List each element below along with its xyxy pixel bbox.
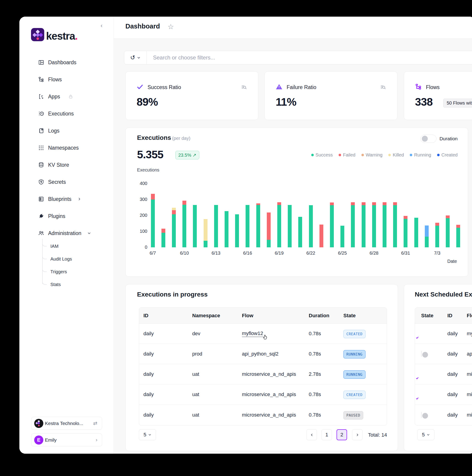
chart-bar-segment-success: [446, 218, 450, 247]
history-icon: ↺: [130, 55, 135, 61]
chart-bar[interactable]: [319, 224, 323, 247]
chart-bar-segment-success: [435, 226, 439, 247]
sidebar-item-blueprints[interactable]: Blueprints: [19, 190, 114, 207]
cell-flow[interactable]: microservice_a_nd_apis: [467, 371, 472, 377]
sidebar-item-triggers[interactable]: Triggers: [19, 265, 114, 278]
sidebar-item-secrets[interactable]: Secrets: [19, 173, 114, 190]
cell-flow[interactable]: myflow12: [467, 331, 472, 337]
chart-bar[interactable]: [151, 194, 155, 248]
legend-dot-icon: [339, 154, 341, 156]
chart-bar[interactable]: [351, 203, 355, 247]
chart-bar[interactable]: [309, 205, 313, 247]
legend-item[interactable]: Running: [410, 152, 431, 158]
chart-bar[interactable]: [225, 211, 228, 247]
executions-icon: [38, 110, 44, 117]
tenant-switcher[interactable]: Kestra Technolo... ⇄: [31, 417, 102, 430]
schedule-toggle[interactable]: [421, 351, 422, 357]
legend-label: Success: [316, 152, 333, 158]
table-header: ID Namespace Flow Duration State: [139, 308, 387, 324]
sidebar-subitem-label: Stats: [50, 282, 61, 287]
chart-bar[interactable]: [162, 228, 165, 247]
legend-item[interactable]: Failed: [339, 152, 355, 158]
list-search-icon[interactable]: [241, 84, 247, 90]
chart-bar[interactable]: [182, 201, 186, 247]
chart-bar[interactable]: [277, 202, 281, 247]
chart-bar[interactable]: [446, 215, 450, 247]
sidebar-collapse-button[interactable]: ‹: [101, 23, 103, 29]
next-scheduled-panel: Next Scheduled Executions State ID Flow …: [404, 284, 472, 451]
chart-bar[interactable]: [267, 212, 271, 247]
page-size-select[interactable]: 5: [417, 429, 434, 440]
cell-flow[interactable]: microservice_a_nd_apis: [242, 371, 296, 377]
filter-bar: ↺: [124, 51, 472, 65]
filter-history-dropdown[interactable]: ↺: [124, 51, 147, 64]
cell-flow[interactable]: microservice_a_nd_apis: [467, 391, 472, 397]
sidebar-subitem-label: Triggers: [50, 269, 67, 274]
sidebar-item-plugins[interactable]: Plugins: [19, 207, 114, 224]
chart-bar[interactable]: [214, 205, 218, 247]
chart-bar[interactable]: [383, 203, 386, 247]
executions-chart: 01002003004006/76/106/136/166/196/226/25…: [126, 128, 468, 276]
flow-link[interactable]: myflow12: [242, 330, 263, 337]
user-menu[interactable]: E Emily ›: [31, 433, 102, 446]
sidebar-item-flows[interactable]: Flows: [19, 71, 114, 88]
sidebar-item-apps[interactable]: Apps: [19, 88, 114, 105]
flows-icon: [415, 83, 422, 90]
chart-bar[interactable]: [456, 225, 460, 247]
cell-flow[interactable]: api_python_sql2: [467, 351, 472, 357]
sidebar-item-iam[interactable]: IAM: [19, 240, 114, 253]
next-page-button[interactable]: [352, 429, 363, 440]
favorite-star-icon[interactable]: ☆: [168, 23, 174, 31]
cell-flow[interactable]: microservice_a_nd_apis: [242, 391, 296, 397]
prev-page-button[interactable]: [307, 429, 317, 440]
sidebar-item-audit-logs[interactable]: Audit Logs: [19, 253, 114, 265]
chart-bar[interactable]: [193, 205, 197, 247]
kestra-logo-icon[interactable]: [31, 28, 44, 41]
cell-flow[interactable]: api_python_sql2: [242, 351, 278, 357]
page-button-1[interactable]: 1: [322, 429, 332, 440]
chart-bar-segment-failed: [267, 212, 271, 240]
sidebar-item-executions[interactable]: Executions: [19, 105, 114, 122]
cell-flow[interactable]: microservice_a_nd_apis: [242, 412, 296, 418]
y-axis-tick: 400: [134, 181, 147, 186]
sidebar-item-logs[interactable]: Logs: [19, 122, 114, 139]
chart-bar[interactable]: [393, 203, 397, 247]
sidebar-item-dashboards[interactable]: Dashboards: [19, 54, 114, 71]
sidebar-item-administration[interactable]: Administration: [19, 224, 114, 242]
list-search-icon[interactable]: [380, 84, 386, 90]
legend-item[interactable]: Success: [311, 152, 333, 158]
chart-bar[interactable]: [362, 203, 365, 247]
chart-bar-segment-success: [456, 228, 460, 247]
duration-toggle[interactable]: [420, 135, 436, 143]
schedule-toggle[interactable]: [421, 412, 422, 418]
column-header-id: ID: [144, 313, 148, 319]
chart-bar[interactable]: [298, 217, 302, 247]
chart-bar[interactable]: [246, 205, 250, 247]
chart-bar[interactable]: [172, 208, 176, 247]
sidebar-item-stats[interactable]: Stats: [19, 278, 114, 291]
chart-bar-segment-killed: [204, 219, 207, 241]
legend-item[interactable]: Created: [437, 152, 458, 158]
chart-bar[interactable]: [330, 203, 334, 247]
chart-bar[interactable]: [340, 226, 344, 247]
cell-flow[interactable]: microservice_a_nd_apis: [467, 412, 472, 418]
legend-item[interactable]: Warning: [362, 152, 383, 158]
chart-bar[interactable]: [425, 225, 429, 247]
sidebar-item-label: Executions: [48, 110, 74, 117]
search-input[interactable]: [147, 54, 472, 61]
legend-item[interactable]: Killed: [388, 152, 404, 158]
chart-bar[interactable]: [372, 203, 376, 247]
cell-id: daily: [447, 412, 458, 418]
chart-bar[interactable]: [256, 203, 260, 247]
page-button-2[interactable]: 2: [337, 429, 347, 440]
page-size-select[interactable]: 5: [139, 429, 156, 440]
chart-bar[interactable]: [414, 218, 418, 248]
chart-bar[interactable]: [235, 214, 239, 247]
chart-bar[interactable]: [435, 223, 439, 248]
chart-bar[interactable]: [404, 216, 407, 247]
table-row: daily microservice_a_nd_apis: [415, 364, 472, 384]
chart-bar[interactable]: [204, 219, 207, 247]
sidebar-item-kv-store[interactable]: KV Store: [19, 156, 114, 173]
chart-bar[interactable]: [288, 205, 292, 247]
sidebar-item-namespaces[interactable]: Namespaces: [19, 139, 114, 156]
